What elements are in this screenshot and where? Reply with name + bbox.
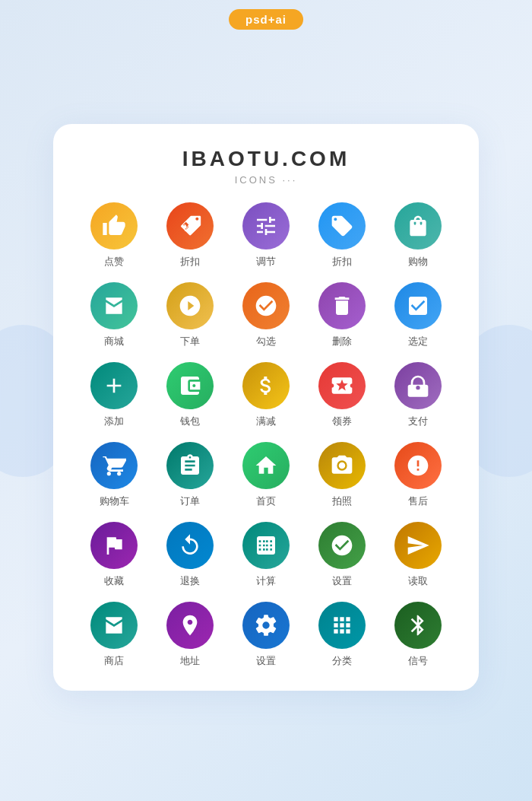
icon-signal[interactable]: 信号 bbox=[384, 602, 452, 668]
icon-fullreduce[interactable]: 满减 bbox=[232, 362, 300, 428]
icon-select-circle bbox=[394, 282, 442, 329]
icon-adjust-label: 调节 bbox=[256, 255, 276, 269]
icon-check[interactable]: 勾选 bbox=[232, 282, 300, 348]
icon-check-label: 勾选 bbox=[256, 335, 276, 348]
icon-photo-circle bbox=[318, 442, 366, 489]
icon-like[interactable]: 点赞 bbox=[80, 202, 148, 269]
icon-wallet-label: 钱包 bbox=[180, 415, 200, 428]
icon-pay-circle bbox=[394, 362, 442, 409]
icon-category-circle bbox=[318, 602, 366, 649]
icon-address-circle bbox=[166, 602, 214, 649]
icon-like-circle bbox=[90, 202, 138, 250]
icon-read[interactable]: 读取 bbox=[384, 522, 452, 588]
icon-aftersale-label: 售后 bbox=[408, 494, 428, 508]
icon-adjust[interactable]: 调节 bbox=[232, 202, 300, 269]
svg-text:%: % bbox=[183, 223, 192, 234]
icon-shopping[interactable]: 购物 bbox=[384, 202, 452, 269]
icon-add-circle bbox=[90, 362, 138, 409]
icon-signal-label: 信号 bbox=[408, 654, 428, 668]
icon-coupon[interactable]: 领券 bbox=[308, 362, 376, 428]
card-subtitle: ICONS ··· bbox=[76, 174, 456, 186]
icon-calc-circle bbox=[242, 522, 290, 569]
icon-settings-circle bbox=[318, 522, 366, 569]
icon-signal-circle bbox=[394, 602, 442, 649]
icon-select[interactable]: 选定 bbox=[384, 282, 452, 348]
icon-cart[interactable]: 购物车 bbox=[80, 442, 148, 508]
icon-tag[interactable]: 折扣 bbox=[308, 202, 376, 269]
icon-category-label: 分类 bbox=[332, 654, 352, 668]
icon-collect[interactable]: 收藏 bbox=[80, 522, 148, 588]
icon-calc[interactable]: 计算 bbox=[232, 522, 300, 588]
icon-aftersale[interactable]: 售后 bbox=[384, 442, 452, 508]
icon-return-label: 退换 bbox=[180, 574, 200, 588]
icon-tag-label: 折扣 bbox=[332, 255, 352, 269]
icon-photo[interactable]: 拍照 bbox=[308, 442, 376, 508]
icon-wallet-circle bbox=[166, 362, 214, 409]
icon-photo-label: 拍照 bbox=[332, 494, 352, 508]
icon-order-label: 下单 bbox=[180, 335, 200, 348]
icon-read-circle bbox=[394, 522, 442, 569]
icon-pay-label: 支付 bbox=[408, 415, 428, 428]
icon-order-circle bbox=[166, 282, 214, 329]
icon-adjust-circle bbox=[242, 202, 290, 250]
icon-order[interactable]: 下单 bbox=[156, 282, 224, 348]
card-title: IBAOTU.COM bbox=[76, 147, 456, 171]
icon-category[interactable]: 分类 bbox=[308, 602, 376, 668]
icon-shop-label: 商店 bbox=[104, 654, 124, 668]
icon-delete-label: 删除 bbox=[332, 335, 352, 348]
icon-address[interactable]: 地址 bbox=[156, 602, 224, 668]
icon-store-circle bbox=[90, 282, 138, 329]
icon-collect-circle bbox=[90, 522, 138, 569]
icon-home[interactable]: 首页 bbox=[232, 442, 300, 508]
top-badge: psd+ai bbox=[229, 9, 303, 30]
icon-myorder[interactable]: 订单 bbox=[156, 442, 224, 508]
icon-settings[interactable]: 设置 bbox=[308, 522, 376, 588]
icon-fullreduce-circle bbox=[242, 362, 290, 409]
icon-discount-label: 折扣 bbox=[180, 255, 200, 269]
icon-address-label: 地址 bbox=[180, 654, 200, 668]
icon-return[interactable]: 退换 bbox=[156, 522, 224, 588]
icon-check-circle bbox=[242, 282, 290, 329]
icon-shop[interactable]: 商店 bbox=[80, 602, 148, 668]
icon-aftersale-circle bbox=[394, 442, 442, 489]
icon-collect-label: 收藏 bbox=[104, 574, 124, 588]
icon-settings2-circle bbox=[242, 602, 290, 649]
icon-settings-label: 设置 bbox=[332, 574, 352, 588]
icon-discount-circle: % bbox=[166, 202, 214, 250]
icon-myorder-label: 订单 bbox=[180, 494, 200, 508]
icon-fullreduce-label: 满减 bbox=[256, 415, 276, 428]
main-card: IBAOTU.COM ICONS ··· 点赞 % 折扣 调节 bbox=[53, 124, 479, 691]
icon-add-label: 添加 bbox=[104, 415, 124, 428]
icon-like-label: 点赞 bbox=[104, 255, 124, 269]
icon-shopping-circle bbox=[394, 202, 442, 250]
icon-delete[interactable]: 删除 bbox=[308, 282, 376, 348]
icon-home-label: 首页 bbox=[256, 494, 276, 508]
icon-tag-circle bbox=[318, 202, 366, 250]
icon-coupon-circle bbox=[318, 362, 366, 409]
icon-settings2-label: 设置 bbox=[256, 654, 276, 668]
icon-return-circle bbox=[166, 522, 214, 569]
icon-delete-circle bbox=[318, 282, 366, 329]
icon-shop-circle bbox=[90, 602, 138, 649]
icon-read-label: 读取 bbox=[408, 574, 428, 588]
icon-settings2[interactable]: 设置 bbox=[232, 602, 300, 668]
icon-wallet[interactable]: 钱包 bbox=[156, 362, 224, 428]
icon-myorder-circle bbox=[166, 442, 214, 489]
icon-cart-label: 购物车 bbox=[100, 494, 129, 508]
icon-calc-label: 计算 bbox=[256, 574, 276, 588]
icon-discount[interactable]: % 折扣 bbox=[156, 202, 224, 269]
icons-grid: 点赞 % 折扣 调节 折扣 购物 bbox=[76, 202, 456, 668]
icon-home-circle bbox=[242, 442, 290, 489]
icon-store[interactable]: 商城 bbox=[80, 282, 148, 348]
icon-shopping-label: 购物 bbox=[408, 255, 428, 269]
icon-cart-circle bbox=[90, 442, 138, 489]
icon-add[interactable]: 添加 bbox=[80, 362, 148, 428]
icon-select-label: 选定 bbox=[408, 335, 428, 348]
icon-store-label: 商城 bbox=[104, 335, 124, 348]
icon-pay[interactable]: 支付 bbox=[384, 362, 452, 428]
icon-coupon-label: 领券 bbox=[332, 415, 352, 428]
